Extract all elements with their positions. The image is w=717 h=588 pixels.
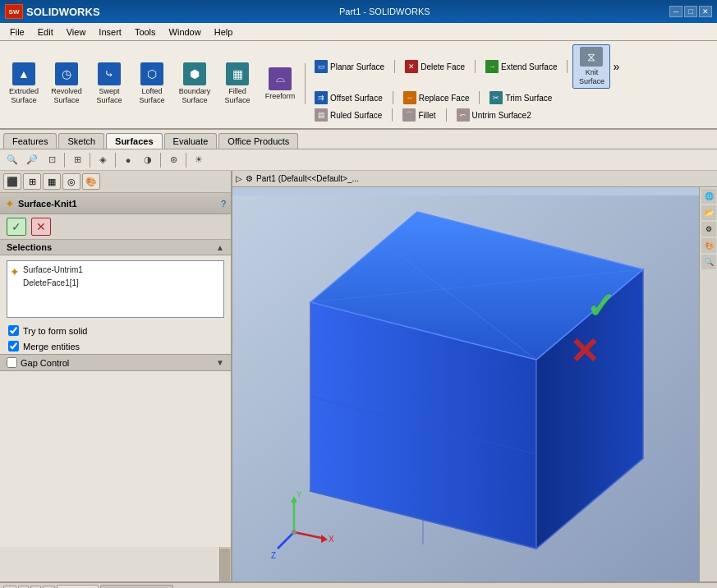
freeform-button[interactable]: ⌓ Freeform [260,62,301,106]
extend-surface-button[interactable]: → Extend Surface [480,58,562,75]
display-half[interactable]: ◑ [139,152,157,168]
offset-surface-button[interactable]: ⇉ Offset Surface [310,90,388,106]
ok-button[interactable]: ✓ [7,218,26,236]
menu-edit[interactable]: Edit [31,25,60,39]
swept-surface-button[interactable]: ⤷ Swept Surface [89,60,130,108]
selection-list: Surface-Untrim1 DeleteFace1[1] [23,264,83,290]
nav-last-button[interactable]: ▸| [43,586,56,589]
tree-header: ▷ ⚙ Part1 (Default<<Default>_... [232,171,717,187]
sidebar-settings-button[interactable]: ⚙ [701,222,716,237]
filled-surface-button[interactable]: ▦ Filled Surface [217,60,258,108]
panel-icon-2[interactable]: ⊞ [23,173,41,190]
planar-surface-icon: ▭ [315,60,328,73]
sidebar-palette-button[interactable]: 🎨 [701,238,716,253]
view-mode-button[interactable]: ◈ [94,152,112,168]
replace-face-button[interactable]: ↔ Replace Face [398,90,475,106]
view-orient-button[interactable]: ⊞ [68,152,86,168]
tab-evaluate[interactable]: Evaluate [164,133,218,149]
sections-button[interactable]: ⊛ [164,152,182,168]
maximize-button[interactable]: □ [684,6,697,17]
delete-face-button[interactable]: ✕ Delete Face [400,58,470,75]
selections-section-header[interactable]: Selections ▲ [0,240,231,255]
panel-icon-3[interactable]: ▦ [43,173,61,190]
knit-surface-button[interactable]: ⧖ Knit Surface [572,44,610,89]
brand-name: SOLIDWORKS [26,6,100,18]
3d-viewport-canvas: ✓ ✕ Y X Z [232,187,717,581]
offset-surface-icon: ⇉ [315,91,328,104]
panel-icon-5[interactable]: 🎨 [82,173,100,190]
cancel-button[interactable]: ✕ [31,218,51,236]
feature-help-button[interactable]: ? [221,199,226,209]
menu-insert[interactable]: Insert [92,25,128,39]
view-sep-1 [64,153,65,168]
display-circle[interactable]: ● [119,152,137,168]
toolbar-top-row: ▭ Planar Surface ✕ Delete Face → Extend … [310,44,714,89]
selections-arrow: ▲ [216,243,224,252]
selection-box[interactable]: ✦ Surface-Untrim1 DeleteFace1[1] [7,260,224,318]
tree-icon: ⚙ [246,174,253,183]
delete-face-icon: ✕ [405,60,418,73]
ruled-surface-button[interactable]: ▤ Ruled Surface [310,107,387,123]
nav-next-button[interactable]: ▸ [30,586,41,589]
toolbar-bot-row: ▤ Ruled Surface ⌒ Fillet ⤺ Untrim Surfac… [310,107,714,123]
tab-office-products[interactable]: Office Products [218,133,298,149]
view-toolbar: 🔍 🔎 ⊡ ⊞ ◈ ● ◑ ⊛ ☀ [0,149,717,171]
view-sep-3 [115,153,116,168]
menu-view[interactable]: View [60,25,93,39]
small-sep-5 [479,91,480,104]
sidebar-search-button[interactable]: 🔍 [701,255,716,269]
menu-help[interactable]: Help [208,25,240,39]
lofted-surface-button[interactable]: ⬡ Lofted Surface [131,60,172,108]
trim-surface-button[interactable]: ✂ Trim Surface [485,90,557,106]
extruded-surface-icon: ▲ [12,62,35,85]
untrim-surface-button[interactable]: ⤺ Untrim Surface2 [452,107,536,123]
menu-tools[interactable]: Tools [128,25,163,39]
nav-prev-button[interactable]: ◂ [18,586,29,589]
bottom-tab-model[interactable]: Model [57,585,99,589]
lighting-button[interactable]: ☀ [190,152,208,168]
bottom-tab-motion-study[interactable]: Motion Study 1 [100,585,173,589]
sidebar-globe-button[interactable]: 🌐 [701,189,716,204]
more-button[interactable]: » [613,60,629,73]
viewport[interactable]: ▷ ⚙ Part1 (Default<<Default>_... [232,171,717,581]
toolbar-mid-row: ⇉ Offset Surface ↔ Replace Face ✂ Trim S… [310,90,714,106]
selection-star-icon: ✦ [10,265,20,278]
zoom-in-button[interactable]: 🔍 [3,152,21,168]
tab-surfaces[interactable]: Surfaces [106,133,162,149]
zoom-out-button[interactable]: 🔎 [23,152,41,168]
feature-manager-title: ✦ Surface-Knit1 ? [0,193,231,214]
view-sep-5 [186,153,186,168]
tab-sketch[interactable]: Sketch [58,133,104,149]
lofted-surface-icon: ⬡ [140,62,163,85]
panel-icon-1[interactable]: ⬛ [3,173,21,190]
toolbar: ▲ Extruded Surface ◷ Revolved Surface ⤷ … [0,41,717,130]
panel-icon-4[interactable]: ◎ [62,173,80,190]
minimize-button[interactable]: ─ [669,6,683,17]
revolved-surface-button[interactable]: ◷ Revolved Surface [46,60,87,108]
boundary-surface-button[interactable]: ⬢ Boundary Surface [174,60,215,108]
try-form-solid-row[interactable]: Try to form solid [0,323,231,338]
feature-name: Surface-Knit1 [18,199,218,209]
extruded-surface-button[interactable]: ▲ Extruded Surface [3,60,44,108]
tree-expand-icon[interactable]: ▷ [236,174,242,183]
fit-view-button[interactable]: ⊡ [43,152,61,168]
selection-item-1: Surface-Untrim1 [23,264,83,277]
close-button[interactable]: ✕ [699,6,712,17]
planar-surface-button[interactable]: ▭ Planar Surface [310,58,389,75]
gap-control-section[interactable]: Gap Control ▼ [0,354,231,371]
small-sep-6 [392,108,393,122]
try-form-solid-checkbox[interactable] [8,325,19,336]
menu-file[interactable]: File [3,25,31,39]
sw-logo-icon: SW [5,4,23,19]
panel-scrollbar[interactable] [219,547,231,581]
fillet-button[interactable]: ⌒ Fillet [398,107,440,123]
menu-window[interactable]: Window [163,25,208,39]
merge-entities-checkbox[interactable] [8,341,19,351]
svg-text:✓: ✓ [586,286,616,326]
nav-first-button[interactable]: |◂ [3,586,16,589]
gap-control-label: Gap Control [21,358,69,368]
merge-entities-row[interactable]: Merge entities [0,338,231,354]
gap-control-checkbox[interactable] [7,357,17,368]
tab-features[interactable]: Features [3,133,57,149]
sidebar-folder-button[interactable]: 📂 [701,205,716,220]
